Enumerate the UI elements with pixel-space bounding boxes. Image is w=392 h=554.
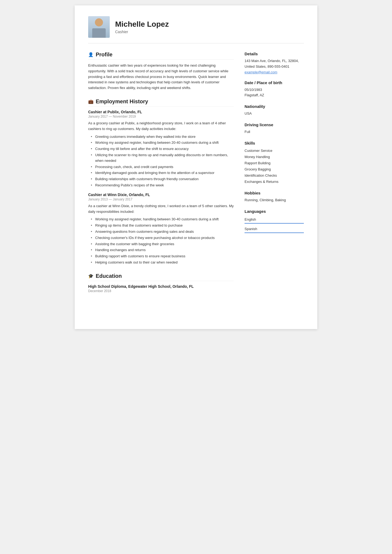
language-item-english: English [245, 216, 304, 224]
edu-1-title: High School Diploma, Edgewater High Scho… [88, 284, 234, 289]
job-1-title: Cashier at Publix, Orlando, FL [88, 110, 234, 114]
employment-icon: 💼 [88, 99, 94, 104]
education-section: 🎓 Education High School Diploma, Edgewat… [88, 273, 234, 293]
bullet-item: Working my assigned register, handling b… [91, 140, 234, 146]
edu-entry-1: High School Diploma, Edgewater High Scho… [88, 284, 234, 293]
birth-date: 05/10/1983 [245, 87, 304, 93]
bullet-item: Building rapport with customers to ensur… [91, 254, 234, 259]
skill-item: Rapport Building [245, 160, 304, 166]
details-section: Details 143 Main Ave, Orlando, FL, 32804… [245, 52, 304, 74]
skill-item: Exchanges & Returns [245, 179, 304, 185]
job-2-desc: As a cashier at Winn Dixie, a trendy clo… [88, 203, 234, 215]
avatar [88, 16, 110, 38]
nationality-title: Nationality [245, 104, 304, 109]
job-entry-1: Cashier at Publix, Orlando, FL January 2… [88, 110, 234, 188]
job-2-bullets: Working my assigned register, handling b… [88, 217, 234, 265]
skill-item: Grocery Bagging [245, 166, 304, 172]
hobbies-title: Hobbies [245, 191, 304, 195]
nationality-value: USA [245, 111, 304, 117]
skills-section: Skills Customer Service Money Handling R… [245, 141, 304, 185]
birth-place: Flagstaff, AZ [245, 93, 304, 98]
header-info: Michelle Lopez Cashier [115, 20, 169, 34]
birth-section: Date / Place of birth 05/10/1983 Flagsta… [245, 80, 304, 98]
bullet-item: Assisting the customer with bagging thei… [91, 241, 234, 247]
right-column: Details 143 Main Ave, Orlando, FL, 32804… [245, 52, 304, 300]
job-2-title: Cashier at Winn Dixie, Orlando, FL [88, 193, 234, 197]
employment-section-title: 💼 Employment History [88, 98, 234, 107]
job-2-date: January 2013 — January 2017 [88, 197, 234, 201]
hobbies-section: Hobbies Running, Climbing, Baking [245, 191, 304, 203]
resume-document: Michelle Lopez Cashier 👤 Profile Enthusi… [75, 5, 317, 329]
profile-section-title: 👤 Profile [88, 52, 234, 60]
job-entry-2: Cashier at Winn Dixie, Orlando, FL Janua… [88, 193, 234, 265]
bullet-item: Utilizing the scanner to ring items up a… [91, 152, 234, 164]
bullet-item: Recommending Publix's recipes of the wee… [91, 183, 234, 188]
candidate-title: Cashier [115, 30, 169, 34]
skill-item: Customer Service [245, 148, 304, 154]
job-1-bullets: Greeting customers immediately when they… [88, 134, 234, 188]
bullet-item: Working my assigned register, handling b… [91, 217, 234, 222]
skill-item: Money Handling [245, 154, 304, 160]
language-item-spanish: Spanish [245, 225, 304, 233]
edu-1-date: December 2018 [88, 289, 234, 293]
education-icon: 🎓 [88, 273, 94, 279]
employment-section: 💼 Employment History Cashier at Publix, … [88, 98, 234, 265]
nationality-section: Nationality USA [245, 104, 304, 117]
resume-content: 👤 Profile Enthusiastic cashier with two … [88, 52, 304, 300]
details-email[interactable]: example@email.com [245, 70, 277, 74]
driving-title: Driving license [245, 122, 304, 127]
details-address: 143 Main Ave, Orlando, FL, 32804, United… [245, 58, 304, 70]
bullet-item: Processing cash, check, and credit card … [91, 164, 234, 170]
profile-section: 👤 Profile Enthusiastic cashier with two … [88, 52, 234, 91]
education-title-label: Education [96, 273, 122, 279]
languages-title: Languages [245, 209, 304, 214]
bullet-item: Building relationships with customers th… [91, 176, 234, 182]
languages-section: Languages English Spanish [245, 209, 304, 233]
profile-text: Enthusiastic cashier with two years of e… [88, 63, 234, 91]
bullet-item: Counting my till before and after the sh… [91, 146, 234, 152]
bullet-item: Greeting customers immediately when they… [91, 134, 234, 140]
job-1-desc: As a grocery cashier at Publix, a neighb… [88, 121, 234, 132]
profile-title-label: Profile [96, 52, 112, 58]
job-1-date: January 2017 — November 2019 [88, 115, 234, 118]
bullet-item: Checking customer's IDs if they were pur… [91, 235, 234, 241]
bullet-item: Answering questions from customers regar… [91, 229, 234, 235]
left-column: 👤 Profile Enthusiastic cashier with two … [88, 52, 234, 300]
details-title: Details [245, 52, 304, 56]
resume-header: Michelle Lopez Cashier [88, 16, 304, 43]
employment-title-label: Employment History [96, 98, 148, 105]
bullet-item: Helping customers walk out to their car … [91, 260, 234, 265]
driving-section: Driving license Full [245, 122, 304, 135]
bullet-item: Identifying damaged goods and bringing t… [91, 170, 234, 176]
profile-icon: 👤 [88, 52, 94, 57]
skills-title: Skills [245, 141, 304, 145]
bullet-item: Ringing up items that the customers want… [91, 223, 234, 228]
bullet-item: Handling exchanges and returns [91, 247, 234, 253]
skill-item: Identification Checks [245, 172, 304, 179]
birth-title: Date / Place of birth [245, 80, 304, 85]
driving-value: Full [245, 129, 304, 135]
candidate-name: Michelle Lopez [115, 20, 169, 29]
hobbies-value: Running, Climbing, Baking [245, 197, 304, 203]
education-section-title: 🎓 Education [88, 273, 234, 281]
